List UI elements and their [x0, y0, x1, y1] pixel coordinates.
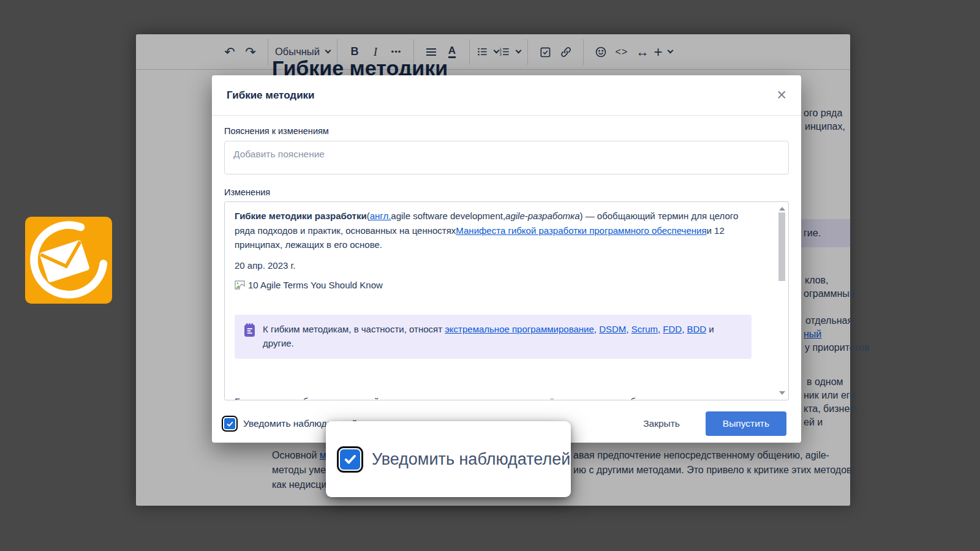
notify-watchers-checkbox[interactable]	[224, 418, 235, 429]
image-alt-text: 10 Agile Terms You Should Know	[248, 278, 383, 293]
inline-link[interactable]: DSDM	[599, 324, 626, 334]
envelope-swirl-icon	[25, 217, 112, 304]
notify-watchers-checkbox-magnified[interactable]	[340, 449, 360, 470]
info-panel: К гибким методикам, в частности, относят…	[235, 315, 752, 359]
publish-dialog: Гибкие методики × Пояснения к изменениям…	[212, 75, 801, 443]
inline-link[interactable]: Манифеста гибкой разработки программного…	[456, 225, 706, 236]
dialog-title: Гибкие методики	[227, 89, 315, 102]
scroll-down-icon[interactable]	[779, 391, 785, 395]
email-notification-logo	[25, 217, 112, 304]
inline-link[interactable]: FDD	[663, 324, 682, 334]
inline-link[interactable]: BDD	[687, 324, 707, 334]
scrollbar-thumb[interactable]	[778, 212, 785, 281]
notify-watchers-label-magnified: Уведомить наблюдателей	[372, 450, 570, 469]
journal-icon	[243, 323, 256, 338]
close-icon[interactable]: ×	[777, 87, 786, 103]
info-panel-text: К гибким методикам, в частности, относят…	[263, 324, 714, 349]
comment-field-label: Пояснения к изменениям	[224, 126, 789, 136]
scroll-up-icon[interactable]	[779, 207, 785, 211]
dialog-header: Гибкие методики ×	[212, 75, 801, 116]
cancel-button[interactable]: Закрыть	[643, 418, 680, 429]
dialog-body: Пояснения к изменениям Изменения Гибкие …	[212, 126, 801, 400]
publish-button[interactable]: Выпустить	[706, 411, 786, 436]
changes-preview-content: Гибкие методики разработки(англ.agile so…	[225, 202, 788, 359]
changes-preview-box: Гибкие методики разработки(англ.agile so…	[224, 201, 789, 400]
broken-image-icon	[235, 280, 245, 290]
broken-image-row: 10 Agile Terms You Should Know	[235, 278, 752, 293]
checkmark-icon	[226, 420, 234, 428]
magnified-checkbox-popup: Уведомить наблюдателей	[326, 421, 571, 497]
checkmark-icon	[343, 452, 358, 467]
date-line: 20 апр. 2023 г.	[235, 258, 752, 273]
inline-link[interactable]: экстремальное программирование	[445, 324, 594, 334]
intro-paragraph: Гибкие методики разработки(англ.agile so…	[235, 209, 752, 252]
changes-field-label: Изменения	[224, 187, 789, 197]
comment-input[interactable]	[224, 141, 789, 174]
inline-link[interactable]: Scrum	[631, 324, 658, 334]
desktop-background: ↶ ↷ Обычный B I ••• A 123	[0, 0, 980, 551]
changes-scrollbar[interactable]	[777, 204, 786, 398]
inline-link[interactable]: англ.	[370, 211, 391, 221]
clipped-paragraph: Большинство гибких методологий нацелены …	[235, 396, 774, 400]
